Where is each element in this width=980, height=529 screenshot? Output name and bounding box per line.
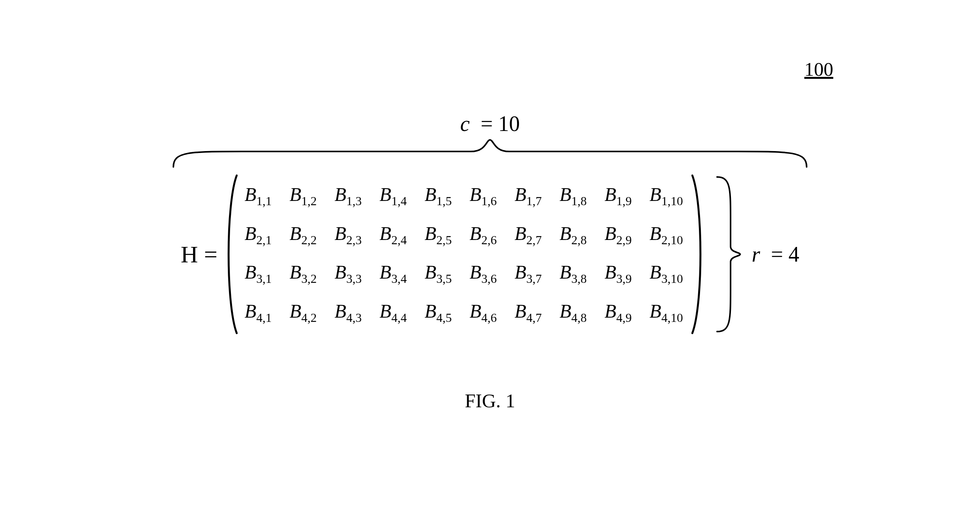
matrix-cell: B1,6 [470, 183, 497, 208]
matrix-cell: B2,2 [290, 222, 317, 247]
matrix-cell: B2,8 [560, 222, 587, 247]
matrix-right-paren [690, 173, 704, 335]
rows-value: 4 [788, 242, 799, 266]
matrix-cell: B2,6 [470, 222, 497, 247]
columns-equals [475, 112, 481, 136]
matrix-cell: B2,4 [380, 222, 407, 247]
matrix-cell: B3,7 [514, 261, 542, 286]
matrix-cell: B1,9 [605, 183, 632, 208]
columns-brace [166, 136, 814, 171]
matrix-cell: B2,1 [244, 222, 272, 247]
matrix-cell: B4,6 [470, 300, 497, 325]
matrix-cell: B1,7 [514, 183, 542, 208]
matrix: B1,1B1,2B1,3B1,4B1,5B1,6B1,7B1,8B1,9B1,1… [224, 173, 704, 335]
matrix-cells: B1,1B1,2B1,3B1,4B1,5B1,6B1,7B1,8B1,9B1,1… [237, 173, 690, 335]
figure-number: 100 [804, 58, 833, 80]
matrix-cell: B4,9 [605, 300, 632, 325]
lhs-label: H = [181, 242, 217, 266]
matrix-cell: B1,5 [424, 183, 452, 208]
matrix-cell: B2,9 [605, 222, 632, 247]
matrix-cell: B4,4 [380, 300, 407, 325]
matrix-cell: B4,7 [514, 300, 542, 325]
matrix-cell: B3,5 [424, 261, 452, 286]
matrix-cell: B3,10 [649, 261, 683, 286]
matrix-cell: B1,2 [290, 183, 317, 208]
rows-brace [713, 173, 744, 335]
columns-symbol: c [460, 112, 470, 136]
matrix-cell: B1,10 [649, 183, 683, 208]
matrix-cell: B2,10 [649, 222, 683, 247]
matrix-cell: B3,9 [605, 261, 632, 286]
figure-caption: FIG. 1 [465, 390, 515, 412]
matrix-cell: B3,3 [334, 261, 362, 286]
matrix-cell: B3,6 [470, 261, 497, 286]
matrix-cell: B1,3 [334, 183, 362, 208]
matrix-cell: B3,4 [380, 261, 407, 286]
matrix-cell: B1,8 [560, 183, 587, 208]
figure-body: c = 10 H = B1,1B1,2B1,3B1,4B1,5B1,6B1,7B… [166, 105, 814, 412]
matrix-cell: B1,1 [244, 183, 272, 208]
matrix-cell: B2,5 [424, 222, 452, 247]
matrix-cell: B4,1 [244, 300, 272, 325]
rows-label: r = 4 [752, 242, 799, 267]
matrix-cell: B4,2 [290, 300, 317, 325]
matrix-cell: B2,3 [334, 222, 362, 247]
rows-symbol: r [752, 242, 760, 266]
matrix-left-paren [224, 173, 237, 335]
columns-label: c = 10 [460, 105, 520, 136]
matrix-cell: B3,2 [290, 261, 317, 286]
matrix-cell: B2,7 [514, 222, 542, 247]
matrix-cell: B4,5 [424, 300, 452, 325]
matrix-cell: B1,4 [380, 183, 407, 208]
matrix-cell: B4,8 [560, 300, 587, 325]
matrix-cell: B4,10 [649, 300, 683, 325]
matrix-cell: B3,1 [244, 261, 272, 286]
matrix-cell: B4,3 [334, 300, 362, 325]
matrix-cell: B3,8 [560, 261, 587, 286]
columns-value: 10 [498, 112, 520, 136]
